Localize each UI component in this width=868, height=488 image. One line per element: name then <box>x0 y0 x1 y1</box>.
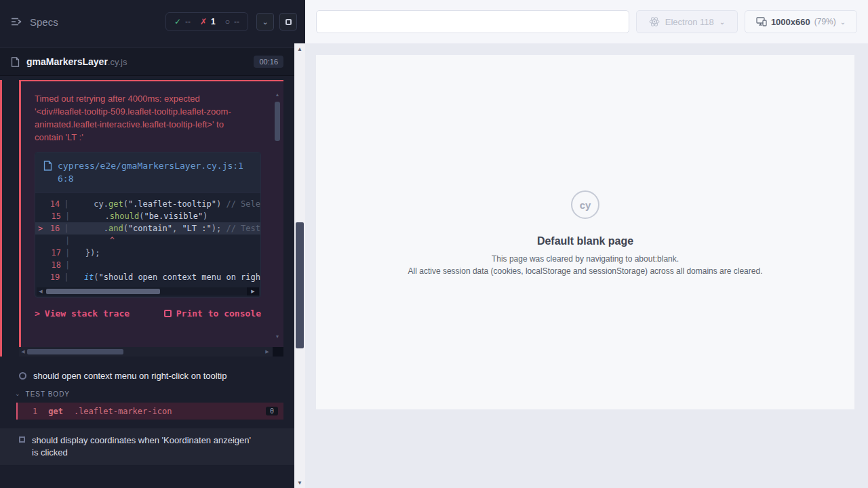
code-file-icon <box>43 161 52 171</box>
command-target: .leaflet-marker-icon <box>74 407 172 416</box>
chevron-down-icon: ⌄ <box>15 390 20 397</box>
error-hscroll-thumb[interactable] <box>27 349 123 354</box>
code-line: 17| }); <box>35 247 260 259</box>
chevron-down-icon: ⌄ <box>262 18 268 26</box>
code-line: 18| <box>35 259 260 271</box>
stack-chevron-icon: > <box>35 308 40 319</box>
scroll-up-icon[interactable]: ▲ <box>294 43 305 54</box>
scroll-right-icon[interactable]: ▶ <box>247 287 259 296</box>
pending-count: -- <box>234 17 239 26</box>
blank-page-message-2: All active session data (cookies, localS… <box>408 266 763 276</box>
scroll-up-icon[interactable]: ▲ <box>274 92 281 97</box>
electron-icon <box>649 16 660 27</box>
test-body-toggle[interactable]: ⌄ TEST BODY <box>0 388 294 400</box>
chevron-down-icon: ⌄ <box>719 18 725 26</box>
url-input[interactable] <box>316 10 629 33</box>
stop-button[interactable] <box>279 13 297 30</box>
code-line: 15| .should("be.visible") <box>35 210 260 222</box>
file-icon <box>11 57 20 67</box>
viewport-size: 1000x660 <box>771 17 810 27</box>
print-to-console-label: Print to console <box>176 308 261 319</box>
view-stack-trace-link[interactable]: > View stack trace <box>35 308 130 319</box>
spec-duration-badge: 00:16 <box>254 56 283 68</box>
browser-selector[interactable]: Electron 118 ⌄ <box>636 10 738 33</box>
stat-failed: ✗ 1 <box>200 17 216 26</box>
code-line: 19| it("should open context menu on righ <box>35 271 260 283</box>
reporter-scroll-thumb[interactable] <box>296 222 304 348</box>
command-log-row[interactable]: 1 get .leaflet-marker-icon 0 <box>16 403 283 420</box>
error-panel-vscrollbar[interactable]: ▲ ▼ <box>274 92 281 339</box>
test-item-context-menu[interactable]: should open context menu on right-click … <box>0 366 294 385</box>
aut-toolbar: Electron 118 ⌄ 1000x660 (79%) ⌄ <box>305 0 868 43</box>
command-method: get <box>48 407 63 416</box>
spec-name: gmaMarkersLayer <box>26 56 108 67</box>
scroll-left-icon[interactable]: ◀ <box>19 349 27 354</box>
print-to-console-button[interactable]: Print to console <box>164 308 261 319</box>
view-stack-trace-label: View stack trace <box>45 308 130 319</box>
specs-menu[interactable]: Specs <box>11 16 165 28</box>
cypress-logo: cy <box>571 190 599 219</box>
chevron-down-icon: ⌄ <box>840 18 846 26</box>
specs-menu-icon[interactable] <box>11 17 23 26</box>
scroll-left-icon[interactable]: ◀ <box>37 289 45 294</box>
aut-frame: cy Default blank page This page was clea… <box>316 55 854 409</box>
test-item-coordinates[interactable]: should display coordinates when 'Koordin… <box>0 428 294 465</box>
error-vscroll-thumb[interactable] <box>275 102 280 141</box>
command-count-badge: 0 <box>266 407 278 415</box>
stat-passed: ✓ -- <box>174 17 191 26</box>
code-frame: cypress/e2e/gmaMarkersLayer.cy.js:16:8 1… <box>35 152 261 298</box>
collapse-reporter-button[interactable]: ⌄ <box>256 13 274 30</box>
error-panel-hscrollbar[interactable]: ◀ ▶ <box>19 347 283 357</box>
test-running-icon <box>19 372 26 380</box>
test-stats: ✓ -- ✗ 1 ○ -- <box>165 12 248 31</box>
test-title: should open context menu on right-click … <box>33 371 226 381</box>
command-number: 1 <box>33 407 37 416</box>
code-frame-file-link[interactable]: cypress/e2e/gmaMarkersLayer.cy.js:16:8 <box>58 159 248 185</box>
scroll-corner <box>273 347 283 357</box>
passed-icon: ✓ <box>174 18 181 26</box>
console-icon <box>164 310 172 317</box>
viewport-selector[interactable]: 1000x660 (79%) ⌄ <box>745 10 857 33</box>
viewport-zoom: (79%) <box>814 17 836 26</box>
code-frame-hscrollbar[interactable]: ◀ ▶ <box>37 287 259 296</box>
cypress-app: Specs ✓ -- ✗ 1 ○ -- ⌄ <box>0 0 868 488</box>
stat-pending: ○ -- <box>225 17 239 26</box>
code-line: 14| cy.get(".leaflet-tooltip") // Sele <box>35 198 260 210</box>
scroll-down-icon[interactable]: ▼ <box>274 334 281 339</box>
reporter-header: Specs ✓ -- ✗ 1 ○ -- ⌄ <box>0 0 305 43</box>
code-frame-header: cypress/e2e/gmaMarkersLayer.cy.js:16:8 <box>35 152 260 192</box>
error-actions: > View stack trace Print to console <box>35 308 261 319</box>
failed-test-indicator <box>0 80 2 357</box>
error-panel: Timed out retrying after 4000ms: expecte… <box>19 80 283 347</box>
spec-header[interactable]: gmaMarkersLayer .cy.js 00:16 <box>0 47 294 76</box>
viewport-icon <box>756 17 767 26</box>
cypress-logo-text: cy <box>580 199 591 211</box>
passed-count: -- <box>185 17 191 26</box>
reporter-scrollbar[interactable]: ▲ ▼ <box>294 43 305 488</box>
stop-icon <box>285 19 292 25</box>
test-body-label: TEST BODY <box>26 390 71 398</box>
error-message: Timed out retrying after 4000ms: expecte… <box>35 92 252 144</box>
blank-page-title: Default blank page <box>537 235 633 247</box>
scroll-down-icon[interactable]: ▼ <box>294 477 305 488</box>
aut-pane: Electron 118 ⌄ 1000x660 (79%) ⌄ cy Defau… <box>305 0 868 488</box>
browser-label: Electron 118 <box>665 17 714 27</box>
reporter-sidebar: Specs ✓ -- ✗ 1 ○ -- ⌄ <box>0 0 305 488</box>
code-lines: 14| cy.get(".leaflet-tooltip") // Sele 1… <box>35 192 260 285</box>
specs-label[interactable]: Specs <box>30 16 58 28</box>
code-line: | ^ <box>35 235 260 247</box>
blank-page-message-1: This page was cleared by navigating to a… <box>492 254 679 264</box>
test-title: should display coordinates when 'Koordin… <box>32 434 256 459</box>
scroll-right-icon[interactable]: ▶ <box>263 349 271 354</box>
code-hscroll-thumb[interactable] <box>46 289 160 294</box>
spec-extension: .cy.js <box>108 57 127 67</box>
code-line: >16| .and("contain", "LT :"); // Test <box>35 222 260 235</box>
test-queued-icon <box>19 436 25 443</box>
failed-count: 1 <box>211 17 216 26</box>
failed-icon: ✗ <box>200 18 207 26</box>
pending-icon: ○ <box>225 18 230 26</box>
